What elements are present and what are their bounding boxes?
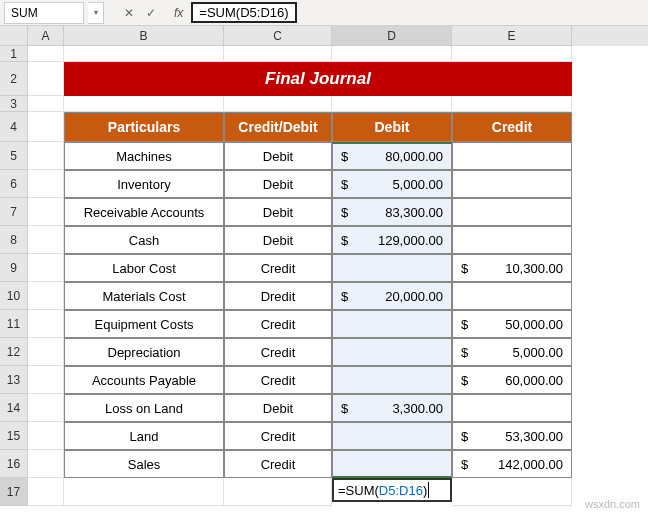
cell-particulars[interactable]: Depreciation: [64, 338, 224, 366]
cell-credit[interactable]: [452, 142, 572, 170]
cell-particulars[interactable]: Labor Cost: [64, 254, 224, 282]
cell-debit[interactable]: [332, 254, 452, 282]
cell-creditdebit[interactable]: Dredit: [224, 282, 332, 310]
cell-creditdebit[interactable]: Credit: [224, 254, 332, 282]
cell-creditdebit[interactable]: Debit: [224, 142, 332, 170]
header-debit[interactable]: Debit: [332, 112, 452, 142]
cell-credit[interactable]: [452, 170, 572, 198]
cell-D1[interactable]: [332, 46, 452, 62]
cell-C1[interactable]: [224, 46, 332, 62]
col-header-D[interactable]: D: [332, 26, 452, 46]
cell-A7[interactable]: [28, 198, 64, 226]
cell-credit[interactable]: $60,000.00: [452, 366, 572, 394]
row-header-15[interactable]: 15: [0, 422, 28, 450]
formula-bar-text[interactable]: =SUM(D5:D16): [191, 2, 296, 23]
cell-debit[interactable]: $5,000.00: [332, 170, 452, 198]
header-particulars[interactable]: Particulars: [64, 112, 224, 142]
row-header-13[interactable]: 13: [0, 366, 28, 394]
row-header-5[interactable]: 5: [0, 142, 28, 170]
select-all-corner[interactable]: [0, 26, 28, 46]
cell-creditdebit[interactable]: Credit: [224, 450, 332, 478]
row-header-14[interactable]: 14: [0, 394, 28, 422]
name-box[interactable]: SUM: [4, 2, 84, 24]
cell-A6[interactable]: [28, 170, 64, 198]
cell-A8[interactable]: [28, 226, 64, 254]
cell-A9[interactable]: [28, 254, 64, 282]
cell-debit[interactable]: [332, 338, 452, 366]
cell-A15[interactable]: [28, 422, 64, 450]
cell-debit[interactable]: [332, 366, 452, 394]
cell-creditdebit[interactable]: Debit: [224, 198, 332, 226]
cell-credit[interactable]: $53,300.00: [452, 422, 572, 450]
cell-B17[interactable]: [64, 478, 224, 506]
cell-debit[interactable]: $80,000.00: [332, 142, 452, 170]
cell-C17[interactable]: [224, 478, 332, 506]
cell-A11[interactable]: [28, 310, 64, 338]
cell-A14[interactable]: [28, 394, 64, 422]
title-banner[interactable]: Final Journal: [64, 62, 572, 96]
cell-particulars[interactable]: Inventory: [64, 170, 224, 198]
cell-credit[interactable]: [452, 198, 572, 226]
name-box-dropdown[interactable]: ▾: [88, 2, 104, 24]
cell-D3[interactable]: [332, 96, 452, 112]
cell-particulars[interactable]: Materials Cost: [64, 282, 224, 310]
row-header-1[interactable]: 1: [0, 46, 28, 62]
cell-A12[interactable]: [28, 338, 64, 366]
header-creditdebit[interactable]: Credit/Debit: [224, 112, 332, 142]
cell-credit[interactable]: $5,000.00: [452, 338, 572, 366]
row-header-8[interactable]: 8: [0, 226, 28, 254]
cell-A10[interactable]: [28, 282, 64, 310]
active-cell-D17[interactable]: =SUM(D5:D16): [332, 478, 452, 502]
cell-debit[interactable]: [332, 422, 452, 450]
cell-debit[interactable]: $3,300.00: [332, 394, 452, 422]
cell-A2[interactable]: [28, 62, 64, 96]
row-header-9[interactable]: 9: [0, 254, 28, 282]
cell-credit[interactable]: $50,000.00: [452, 310, 572, 338]
cell-B3[interactable]: [64, 96, 224, 112]
cell-creditdebit[interactable]: Debit: [224, 226, 332, 254]
cell-credit[interactable]: [452, 394, 572, 422]
row-header-3[interactable]: 3: [0, 96, 28, 112]
cell-creditdebit[interactable]: Credit: [224, 366, 332, 394]
cell-credit[interactable]: [452, 282, 572, 310]
cell-credit[interactable]: [452, 226, 572, 254]
cell-debit[interactable]: $83,300.00: [332, 198, 452, 226]
cell-debit[interactable]: [332, 450, 452, 478]
formula-bar[interactable]: =SUM(D5:D16): [191, 2, 648, 24]
row-header-7[interactable]: 7: [0, 198, 28, 226]
cell-A1[interactable]: [28, 46, 64, 62]
confirm-icon[interactable]: ✓: [146, 6, 156, 20]
cell-A4[interactable]: [28, 112, 64, 142]
cell-creditdebit[interactable]: Credit: [224, 310, 332, 338]
col-header-A[interactable]: A: [28, 26, 64, 46]
cell-particulars[interactable]: Receivable Accounts: [64, 198, 224, 226]
col-header-C[interactable]: C: [224, 26, 332, 46]
row-header-2[interactable]: 2: [0, 62, 28, 96]
cell-E17[interactable]: [452, 478, 572, 506]
col-header-B[interactable]: B: [64, 26, 224, 46]
row-header-10[interactable]: 10: [0, 282, 28, 310]
cell-particulars[interactable]: Equipment Costs: [64, 310, 224, 338]
cell-particulars[interactable]: Cash: [64, 226, 224, 254]
row-header-12[interactable]: 12: [0, 338, 28, 366]
cell-credit[interactable]: $10,300.00: [452, 254, 572, 282]
header-credit[interactable]: Credit: [452, 112, 572, 142]
fx-icon[interactable]: fx: [174, 6, 183, 20]
row-header-6[interactable]: 6: [0, 170, 28, 198]
cell-A3[interactable]: [28, 96, 64, 112]
col-header-E[interactable]: E: [452, 26, 572, 46]
cell-debit[interactable]: [332, 310, 452, 338]
cell-B1[interactable]: [64, 46, 224, 62]
cell-debit[interactable]: $129,000.00: [332, 226, 452, 254]
cell-creditdebit[interactable]: Credit: [224, 422, 332, 450]
cell-creditdebit[interactable]: Debit: [224, 394, 332, 422]
cell-A13[interactable]: [28, 366, 64, 394]
cell-particulars[interactable]: Accounts Payable: [64, 366, 224, 394]
row-header-11[interactable]: 11: [0, 310, 28, 338]
cell-A5[interactable]: [28, 142, 64, 170]
cell-particulars[interactable]: Sales: [64, 450, 224, 478]
cell-particulars[interactable]: Loss on Land: [64, 394, 224, 422]
cell-particulars[interactable]: Land: [64, 422, 224, 450]
row-header-16[interactable]: 16: [0, 450, 28, 478]
cell-creditdebit[interactable]: Debit: [224, 170, 332, 198]
